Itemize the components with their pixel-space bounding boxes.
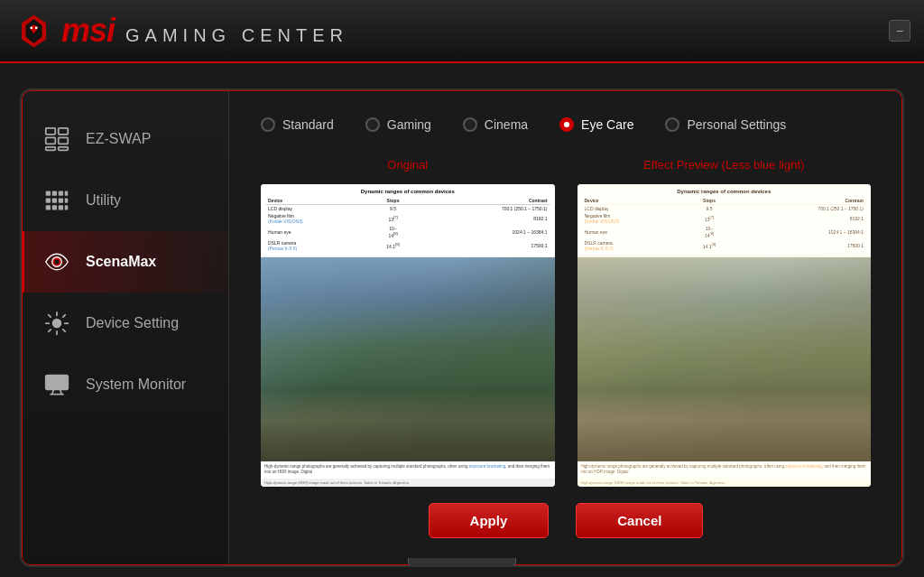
image-caption-effect: High-dynamic-range (HDR) image made out … <box>578 479 872 487</box>
cancel-button[interactable]: Cancel <box>576 503 703 538</box>
doc-table: Device Stops Contrast LCD display9.5700:… <box>266 197 550 252</box>
original-image: Dynamic ranges of common devices Device … <box>261 184 555 487</box>
sidebar-item-label-device-setting: Device Setting <box>86 315 179 331</box>
sidebar-item-label-scenamax: ScenaMax <box>86 254 156 270</box>
sidebar-item-device-setting[interactable]: Device Setting <box>22 293 228 354</box>
minimize-button[interactable]: − <box>889 20 910 42</box>
content-area: Standard Gaming Cinema Eye Care Personal <box>229 90 902 565</box>
brand-name: msi GAMING CENTER <box>61 12 348 50</box>
mode-eye-care-label: Eye Care <box>581 117 633 132</box>
doc-table-title: Dynamic ranges of common devices <box>266 189 550 194</box>
preview-section: Original Dynamic ranges of common device… <box>261 154 871 487</box>
radio-cinema[interactable] <box>463 117 477 132</box>
app-header: msi GAMING CENTER − <box>0 0 924 63</box>
svg-rect-11 <box>52 191 57 196</box>
monitor-icon <box>42 370 71 399</box>
svg-rect-10 <box>46 191 51 196</box>
svg-rect-20 <box>59 205 63 209</box>
radio-personal-settings[interactable] <box>665 117 679 132</box>
svg-rect-15 <box>52 198 57 202</box>
sidebar-item-system-monitor[interactable]: System Monitor <box>22 354 228 415</box>
svg-rect-14 <box>46 198 51 202</box>
doc-caption-effect: High-dynamic-range photographs are gener… <box>578 461 872 479</box>
preview-panel-effect: Effect Preview (Less blue light) Dynamic… <box>578 154 872 487</box>
effect-image: Dynamic ranges of common devices Device … <box>578 184 872 487</box>
svg-point-24 <box>53 320 61 328</box>
svg-point-3 <box>35 26 38 29</box>
main-panel: EZ-SWAP <box>20 88 904 567</box>
radio-gaming[interactable] <box>365 117 380 132</box>
bottom-notch <box>408 558 516 567</box>
sidebar: EZ-SWAP <box>22 90 229 565</box>
svg-rect-4 <box>46 128 56 135</box>
mode-standard[interactable]: Standard <box>261 117 334 132</box>
utility-icon <box>42 186 71 215</box>
doc-caption: High-dynamic-range photographs are gener… <box>261 461 555 479</box>
sidebar-item-utility[interactable]: Utility <box>22 170 228 231</box>
svg-rect-7 <box>59 137 69 144</box>
mode-personal-settings-label: Personal Settings <box>687 117 786 132</box>
svg-rect-18 <box>46 205 51 209</box>
original-title: Original <box>261 154 555 175</box>
mode-cinema[interactable]: Cinema <box>463 117 528 132</box>
mode-gaming-label: Gaming <box>387 117 431 132</box>
svg-rect-5 <box>59 128 69 135</box>
svg-rect-9 <box>59 147 69 151</box>
svg-point-2 <box>30 26 32 29</box>
sidebar-item-label-system-monitor: System Monitor <box>86 377 186 393</box>
doc-table-effect: Device Stops Contrast LCD display9.5700:… <box>583 197 866 252</box>
svg-rect-21 <box>65 205 69 209</box>
svg-rect-17 <box>65 198 69 202</box>
sidebar-item-ez-swap[interactable]: EZ-SWAP <box>22 108 228 170</box>
svg-rect-6 <box>46 137 56 144</box>
app-title: GAMING CENTER <box>125 25 348 46</box>
svg-rect-12 <box>59 191 63 196</box>
svg-rect-13 <box>65 191 69 196</box>
dragon-icon <box>14 11 54 51</box>
sidebar-item-scenamax[interactable]: ScenaMax <box>22 231 228 293</box>
eye-icon <box>42 247 71 276</box>
mode-gaming[interactable]: Gaming <box>365 117 431 132</box>
svg-rect-16 <box>59 198 63 202</box>
sidebar-item-label-utility: Utility <box>86 192 121 209</box>
effect-title: Effect Preview (Less blue light) <box>578 154 872 175</box>
svg-rect-19 <box>52 205 57 209</box>
mode-personal-settings[interactable]: Personal Settings <box>665 117 786 132</box>
gear-icon <box>42 309 71 338</box>
mode-selector: Standard Gaming Cinema Eye Care Personal <box>261 117 871 132</box>
image-caption: High-dynamic-range (HDR) image made out … <box>261 479 555 487</box>
button-row: Apply Cancel <box>261 503 871 538</box>
radio-eye-care[interactable] <box>559 117 574 132</box>
sidebar-item-label-ez-swap: EZ-SWAP <box>86 131 151 147</box>
preview-panel-original: Original Dynamic ranges of common device… <box>261 154 555 487</box>
svg-point-23 <box>54 259 59 264</box>
doc-table-title-effect: Dynamic ranges of common devices <box>583 189 866 194</box>
grid-icon <box>42 125 71 154</box>
radio-standard[interactable] <box>261 117 275 132</box>
svg-rect-8 <box>46 147 56 151</box>
brand-logo: msi GAMING CENTER <box>14 11 348 51</box>
mode-eye-care[interactable]: Eye Care <box>559 117 633 132</box>
mode-standard-label: Standard <box>282 117 334 132</box>
apply-button[interactable]: Apply <box>429 503 550 538</box>
mode-cinema-label: Cinema <box>485 117 528 132</box>
